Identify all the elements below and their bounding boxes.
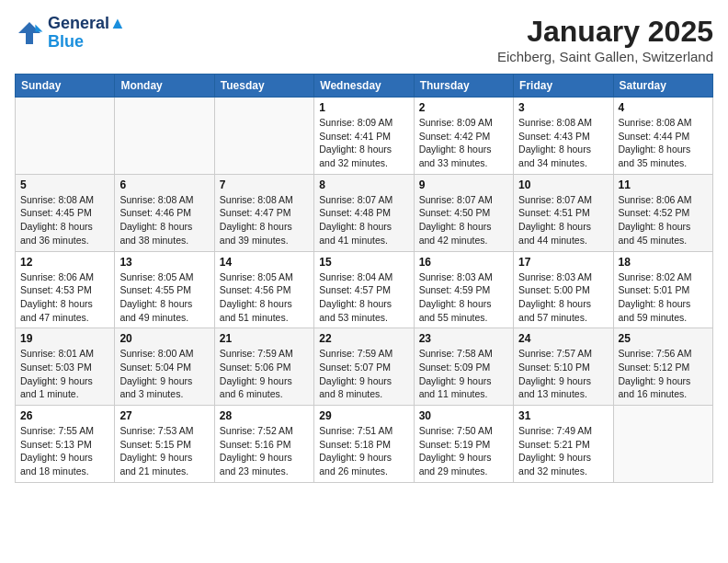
day-number: 14 [220,256,309,269]
day-info: Sunrise: 8:07 AMSunset: 4:51 PMDaylight:… [518,193,608,247]
day-number: 16 [419,256,508,269]
day-number: 2 [419,101,508,114]
day-cell: 18Sunrise: 8:02 AMSunset: 5:01 PMDayligh… [613,251,712,328]
day-info: Sunrise: 7:50 AMSunset: 5:19 PMDaylight:… [419,424,508,478]
location: Eichberg, Saint Gallen, Switzerland [497,49,713,64]
day-number: 23 [419,332,508,345]
month-title: January 2025 [497,15,713,49]
day-info: Sunrise: 8:05 AMSunset: 4:56 PMDaylight:… [220,270,309,325]
day-cell: 29Sunrise: 7:51 AMSunset: 5:18 PMDayligh… [314,406,414,483]
day-info: Sunrise: 8:02 AMSunset: 5:01 PMDaylight:… [619,270,708,325]
day-cell: 24Sunrise: 7:57 AMSunset: 5:10 PMDayligh… [514,328,613,406]
week-row-5: 26Sunrise: 7:55 AMSunset: 5:13 PMDayligh… [16,406,713,483]
week-row-2: 5Sunrise: 8:08 AMSunset: 4:45 PMDaylight… [16,174,713,251]
day-info: Sunrise: 8:04 AMSunset: 4:57 PMDaylight:… [319,270,408,325]
day-cell: 2Sunrise: 8:09 AMSunset: 4:42 PMDaylight… [414,98,513,175]
day-number: 10 [518,178,608,191]
day-number: 13 [119,256,209,269]
weekday-thursday: Thursday [414,75,513,98]
day-cell: 22Sunrise: 7:59 AMSunset: 5:07 PMDayligh… [314,328,414,406]
day-number: 27 [119,409,209,422]
day-cell: 25Sunrise: 7:56 AMSunset: 5:12 PMDayligh… [613,328,712,406]
day-number: 3 [518,101,608,114]
day-cell: 5Sunrise: 8:08 AMSunset: 4:45 PMDaylight… [16,174,115,251]
day-number: 19 [20,332,109,345]
day-cell: 20Sunrise: 8:00 AMSunset: 5:04 PMDayligh… [115,328,214,406]
day-cell: 31Sunrise: 7:49 AMSunset: 5:21 PMDayligh… [514,406,613,483]
day-number: 1 [319,101,408,114]
day-number: 11 [619,178,708,191]
day-info: Sunrise: 7:52 AMSunset: 5:16 PMDaylight:… [220,424,309,478]
day-cell: 27Sunrise: 7:53 AMSunset: 5:15 PMDayligh… [115,406,214,483]
day-cell: 16Sunrise: 8:03 AMSunset: 4:59 PMDayligh… [414,251,513,328]
day-cell: 19Sunrise: 8:01 AMSunset: 5:03 PMDayligh… [16,328,115,406]
day-number: 24 [518,332,608,345]
day-number: 20 [119,332,209,345]
day-info: Sunrise: 8:09 AMSunset: 4:41 PMDaylight:… [319,116,408,170]
day-number: 28 [220,409,309,422]
day-cell: 30Sunrise: 7:50 AMSunset: 5:19 PMDayligh… [414,406,513,483]
day-info: Sunrise: 8:08 AMSunset: 4:47 PMDaylight:… [220,193,309,247]
day-number: 12 [20,256,109,269]
page-header: General▲ Blue January 2025 Eichberg, Sai… [15,15,713,64]
weekday-sunday: Sunday [16,75,115,98]
day-number: 9 [419,178,508,191]
svg-marker-0 [18,22,40,44]
logo: General▲ Blue [15,15,126,52]
day-cell: 1Sunrise: 8:09 AMSunset: 4:41 PMDaylight… [314,98,414,175]
day-number: 22 [319,332,408,345]
logo-text: General▲ Blue [48,15,126,52]
calendar-table: SundayMondayTuesdayWednesdayThursdayFrid… [15,74,713,483]
day-cell: 10Sunrise: 8:07 AMSunset: 4:51 PMDayligh… [514,174,613,251]
day-number: 7 [220,178,309,191]
day-info: Sunrise: 8:05 AMSunset: 4:55 PMDaylight:… [119,270,209,325]
day-number: 21 [220,332,309,345]
day-info: Sunrise: 8:01 AMSunset: 5:03 PMDaylight:… [20,347,109,401]
day-cell: 8Sunrise: 8:07 AMSunset: 4:48 PMDaylight… [314,174,414,251]
day-cell: 28Sunrise: 7:52 AMSunset: 5:16 PMDayligh… [214,406,313,483]
logo-icon [15,18,44,48]
day-cell [16,98,115,175]
day-cell: 4Sunrise: 8:08 AMSunset: 4:44 PMDaylight… [613,98,712,175]
day-cell: 17Sunrise: 8:03 AMSunset: 5:00 PMDayligh… [514,251,613,328]
day-info: Sunrise: 8:07 AMSunset: 4:50 PMDaylight:… [419,193,508,247]
week-row-1: 1Sunrise: 8:09 AMSunset: 4:41 PMDaylight… [16,98,713,175]
day-info: Sunrise: 7:59 AMSunset: 5:06 PMDaylight:… [220,347,309,401]
day-cell [115,98,214,175]
day-info: Sunrise: 7:57 AMSunset: 5:10 PMDaylight:… [518,347,608,401]
day-info: Sunrise: 7:51 AMSunset: 5:18 PMDaylight:… [319,424,408,478]
day-cell: 7Sunrise: 8:08 AMSunset: 4:47 PMDaylight… [214,174,313,251]
day-info: Sunrise: 8:09 AMSunset: 4:42 PMDaylight:… [419,116,508,170]
day-cell: 23Sunrise: 7:58 AMSunset: 5:09 PMDayligh… [414,328,513,406]
day-cell: 6Sunrise: 8:08 AMSunset: 4:46 PMDaylight… [115,174,214,251]
weekday-tuesday: Tuesday [214,75,313,98]
weekday-wednesday: Wednesday [314,75,414,98]
day-number: 25 [619,332,708,345]
day-info: Sunrise: 8:07 AMSunset: 4:48 PMDaylight:… [319,193,408,247]
day-info: Sunrise: 8:00 AMSunset: 5:04 PMDaylight:… [119,347,209,401]
day-number: 18 [619,256,708,269]
day-number: 31 [518,409,608,422]
weekday-header-row: SundayMondayTuesdayWednesdayThursdayFrid… [16,75,713,98]
day-info: Sunrise: 7:56 AMSunset: 5:12 PMDaylight:… [619,347,708,401]
weekday-saturday: Saturday [613,75,712,98]
day-cell: 26Sunrise: 7:55 AMSunset: 5:13 PMDayligh… [16,406,115,483]
weekday-monday: Monday [115,75,214,98]
day-number: 29 [319,409,408,422]
day-info: Sunrise: 7:55 AMSunset: 5:13 PMDaylight:… [20,424,109,478]
day-number: 6 [119,178,209,191]
day-info: Sunrise: 8:06 AMSunset: 4:52 PMDaylight:… [619,193,708,247]
week-row-4: 19Sunrise: 8:01 AMSunset: 5:03 PMDayligh… [16,328,713,406]
day-number: 17 [518,256,608,269]
day-number: 15 [319,256,408,269]
day-cell: 13Sunrise: 8:05 AMSunset: 4:55 PMDayligh… [115,251,214,328]
weekday-friday: Friday [514,75,613,98]
day-info: Sunrise: 8:08 AMSunset: 4:45 PMDaylight:… [20,193,109,247]
day-cell [214,98,313,175]
day-number: 26 [20,409,109,422]
day-number: 30 [419,409,508,422]
day-cell: 21Sunrise: 7:59 AMSunset: 5:06 PMDayligh… [214,328,313,406]
day-cell: 12Sunrise: 8:06 AMSunset: 4:53 PMDayligh… [16,251,115,328]
day-info: Sunrise: 8:03 AMSunset: 4:59 PMDaylight:… [419,270,508,325]
day-cell: 14Sunrise: 8:05 AMSunset: 4:56 PMDayligh… [214,251,313,328]
